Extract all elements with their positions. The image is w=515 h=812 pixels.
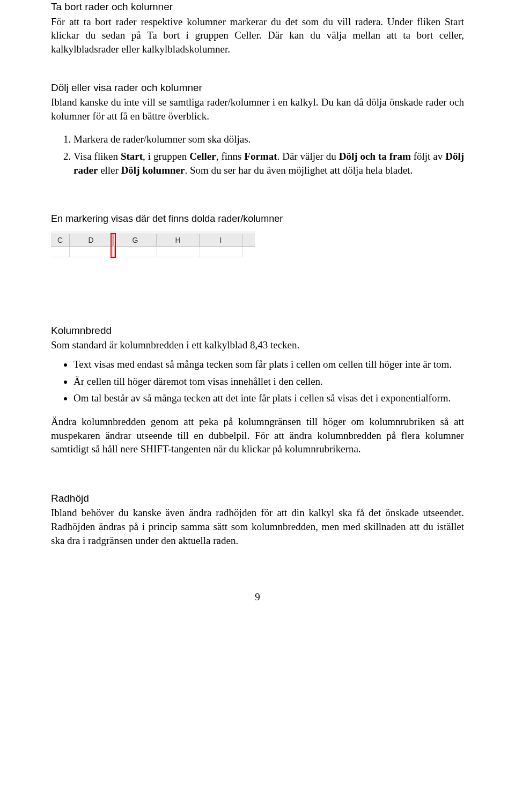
excel-col-header-g: G [114, 234, 157, 246]
hide-steps-list: Markera de rader/kolumner som ska döljas… [51, 132, 464, 177]
paragraph-delete-body: För att ta bort rader respektive kolumne… [51, 15, 464, 56]
excel-col-header-i: I [200, 234, 242, 246]
list-item: Text visas med endast så många tecken so… [73, 357, 464, 371]
list-item: Är cellen till höger däremot tom visas i… [73, 375, 464, 389]
list-item: Om tal består av så många tecken att det… [73, 391, 464, 405]
paragraph-hide-intro: Ibland kanske du inte vill se samtliga r… [51, 95, 464, 123]
heading-column-width: Kolumnbredd [51, 324, 464, 338]
paragraph-colwidth-intro: Som standard är kolumnbredden i ett kalk… [51, 338, 464, 352]
heading-row-height: Radhöjd [51, 491, 464, 505]
excel-col-header-h: H [157, 234, 200, 246]
hidden-marker-caption: En markering visas där det finns dolda r… [51, 212, 464, 225]
page-number: 9 [51, 590, 464, 604]
paragraph-rowheight-body: Ibland behöver du kanske även ändra radh… [51, 506, 464, 547]
heading-hide-show: Dölj eller visa rader och kolumner [51, 81, 464, 95]
excel-col-header-c: C [51, 234, 70, 246]
excel-col-header-d: D [70, 234, 113, 246]
heading-delete-rows-cols: Ta bort rader och kolumner [51, 0, 464, 14]
paragraph-colwidth-after: Ändra kolumnbredden genom att peka på ko… [51, 415, 464, 456]
list-item: Markera de rader/kolumner som ska döljas… [73, 132, 464, 146]
excel-hidden-columns-indicator [113, 234, 114, 246]
list-item: Visa fliken Start, i gruppen Celler, fin… [73, 150, 464, 177]
colwidth-bullets: Text visas med endast så många tecken so… [51, 357, 464, 405]
excel-column-header-strip: C D G H I [51, 231, 255, 257]
